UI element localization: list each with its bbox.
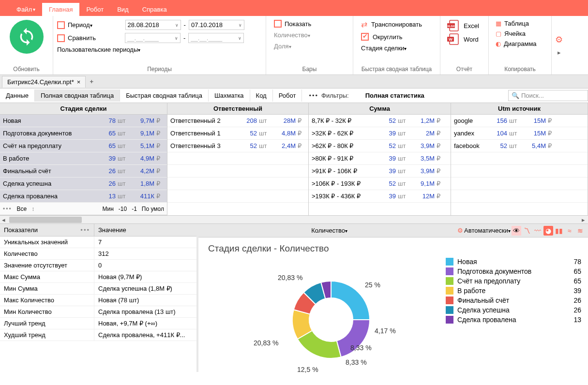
ribbon-expand-icon[interactable]: ▸ xyxy=(558,49,561,56)
chart-auto-dropdown[interactable]: Автоматически▾ xyxy=(464,227,511,234)
table-row[interactable]: Новая 78шт 9,7М₽ xyxy=(0,115,167,127)
pie-chart-icon[interactable]: ◕ xyxy=(543,226,553,236)
menu-view[interactable]: Вид xyxy=(110,3,136,16)
more-icon[interactable]: ••• xyxy=(3,206,12,212)
tab-quick-pivot[interactable]: Быстрая сводная таблица xyxy=(120,89,209,102)
tab-robot[interactable]: Робот xyxy=(273,89,302,102)
close-icon[interactable]: × xyxy=(77,78,81,86)
table-row[interactable]: Счёт на предоплату 65шт 5,1М₽ xyxy=(0,140,167,152)
scale-all[interactable]: Все xyxy=(17,206,27,212)
chart-panel: Количество▾ ⚙ Автоматически▾ 👁 〽 〰 ◕ ▮▮ … xyxy=(198,224,588,372)
table-row[interactable]: >80К ₽ - 91К ₽ 39шт 3,5М₽ xyxy=(309,152,451,165)
table-row[interactable]: >62К ₽ - 80К ₽ 52шт 3,9М₽ xyxy=(309,140,451,152)
tab-chess[interactable]: Шахматка xyxy=(209,89,250,102)
round-checkbox[interactable] xyxy=(361,33,369,41)
legend-item[interactable]: Новая 78 xyxy=(446,257,581,267)
bar-chart-icon[interactable]: ▮▮ xyxy=(554,226,564,236)
export-excel[interactable]: XLSX Excel xyxy=(446,20,479,31)
scale-default[interactable]: По умол xyxy=(142,206,164,212)
compare-checkbox[interactable] xyxy=(57,34,65,42)
legend-item[interactable]: Сделка провалена 13 xyxy=(446,315,581,325)
export-word[interactable]: W Word xyxy=(446,33,479,45)
table-row[interactable]: Подготовка документов 65шт 9,1М₽ xyxy=(0,127,167,140)
col-resp-header[interactable]: Ответственный xyxy=(167,103,308,115)
table-row[interactable]: Ответственный 2 208шт 28М₽ xyxy=(167,115,308,127)
table-row[interactable]: yandex 104шт 15М₽ xyxy=(451,127,588,140)
table-row[interactable]: Финальный счёт 26шт 4,2М₽ xyxy=(0,165,167,178)
table-row[interactable]: facebook 52шт 5,4М₽ xyxy=(451,140,588,152)
copy-diagram[interactable]: ◐Диаграмма xyxy=(496,40,537,47)
col-sum-header[interactable]: Сумма xyxy=(309,103,451,115)
scale-m1[interactable]: -1 xyxy=(132,206,137,212)
table-row[interactable]: >91К ₽ - 106К ₽ 39шт 3,9М₽ xyxy=(309,165,451,178)
slice-label: 12,5 % xyxy=(297,366,318,373)
show-checkbox[interactable] xyxy=(274,20,282,28)
table-row[interactable]: В работе 39шт 4,9М₽ xyxy=(0,152,167,165)
table-row xyxy=(451,165,588,178)
table-row xyxy=(167,190,308,203)
round-button[interactable]: Округлить xyxy=(361,33,422,41)
col-stage-header[interactable]: Стадия сделки xyxy=(0,103,167,115)
quantity-dropdown[interactable]: Количество▾ xyxy=(274,31,311,39)
col-utm-header[interactable]: Utm источник xyxy=(451,103,588,115)
table-row[interactable]: Сделка успешна 26шт 1,8М₽ xyxy=(0,178,167,190)
doc-tab[interactable]: Битрикс24.Сделки.npt*× xyxy=(2,76,86,88)
date-to[interactable]: 07.10.2018∨ xyxy=(189,20,244,30)
area-chart-icon[interactable]: ≈ xyxy=(565,226,574,236)
period-checkbox[interactable] xyxy=(57,21,65,29)
search-input[interactable]: 🔍Поиск... xyxy=(508,90,588,101)
compare-from[interactable]: __.__.____∨ xyxy=(125,33,181,43)
gear-icon[interactable]: ⚙ xyxy=(457,227,463,234)
refresh-button[interactable] xyxy=(10,20,44,54)
table-row[interactable]: 8,7К ₽ - 32К ₽ 52шт 1,2М₽ xyxy=(309,115,451,127)
stage-dropdown[interactable]: Стадия сделки▾ xyxy=(361,44,422,52)
table-row[interactable]: google 156шт 15М₽ xyxy=(451,115,588,127)
svg-text:W: W xyxy=(449,37,452,42)
table-row[interactable]: Ответственный 1 52шт 4,8М₽ xyxy=(167,127,308,140)
chart-measure-dropdown[interactable]: Количество▾ xyxy=(201,227,457,234)
menu-main[interactable]: Главная xyxy=(42,3,79,16)
compare-to[interactable]: __.__.____∨ xyxy=(188,33,244,43)
eye-icon[interactable]: 👁 xyxy=(512,226,521,236)
menu-robot[interactable]: Робот xyxy=(79,3,110,16)
share-dropdown[interactable]: Доля▾ xyxy=(274,43,311,50)
legend-item[interactable]: Счёт на предоплату 65 xyxy=(446,276,581,286)
menu-help[interactable]: Справка xyxy=(136,3,174,16)
chart-legend: Новая 78 Подготовка документов 65 Счёт н… xyxy=(446,257,581,367)
copy-cell[interactable]: ▢Ячейка xyxy=(496,30,537,37)
more-icon[interactable]: ••• xyxy=(80,226,90,234)
more-icon[interactable]: ••• xyxy=(309,92,318,99)
scale-min[interactable]: Мин xyxy=(102,206,113,212)
legend-item[interactable]: Подготовка документов 65 xyxy=(446,267,581,276)
pivot-group-label: Быстрая сводная таблица xyxy=(357,65,436,73)
slice-label: 8,33 % xyxy=(350,344,372,352)
legend-item[interactable]: В работе 39 xyxy=(446,286,581,296)
user-periods[interactable]: Пользовательские периоды▾ xyxy=(57,46,140,53)
tab-full-pivot[interactable]: Полная сводная таблица xyxy=(35,89,120,102)
tab-data[interactable]: Данные xyxy=(0,89,35,102)
copy-table[interactable]: ▦Таблица xyxy=(496,20,537,27)
table-row[interactable]: >193К ₽ - 436К ₽ 39шт 12М₽ xyxy=(309,190,451,203)
table-row[interactable]: Ответственный 3 52шт 2,4М₽ xyxy=(167,140,308,152)
line-chart-icon[interactable]: 〽 xyxy=(522,226,532,236)
settings-icon[interactable]: ⚙ xyxy=(555,34,563,45)
table-row[interactable]: Сделка провалена 13шт 411К₽ xyxy=(0,190,167,203)
tab-code[interactable]: Код xyxy=(250,89,273,102)
view-tabs: Данные Полная сводная таблица Быстрая св… xyxy=(0,89,588,103)
transpose-button[interactable]: ⇄Транспонировать xyxy=(361,20,422,29)
horizontal-scrollbar[interactable]: ◂ ▸ xyxy=(0,216,588,224)
period-label[interactable]: Период▾ xyxy=(68,21,92,29)
date-from[interactable]: 28.08.2018∨ xyxy=(125,20,181,30)
table-row[interactable]: >32К ₽ - 62К ₽ 39шт 2М₽ xyxy=(309,127,451,140)
svg-text:XLSX: XLSX xyxy=(447,25,455,28)
menu-file[interactable]: Файл▾ xyxy=(10,3,42,16)
chart-title: Стадия сделки - Количество xyxy=(208,243,329,254)
stacked-icon[interactable]: ≋ xyxy=(575,226,585,236)
scale-up-icon[interactable]: ↕ xyxy=(31,206,34,212)
multiline-icon[interactable]: 〰 xyxy=(533,226,543,236)
table-row[interactable]: >106К ₽ - 193К ₽ 52шт 9,1М₽ xyxy=(309,178,451,190)
legend-item[interactable]: Финальный счёт 26 xyxy=(446,296,581,305)
add-tab[interactable]: + xyxy=(86,78,97,85)
scale-m10[interactable]: -10 xyxy=(119,206,127,212)
legend-item[interactable]: Сделка успешна 26 xyxy=(446,305,581,315)
